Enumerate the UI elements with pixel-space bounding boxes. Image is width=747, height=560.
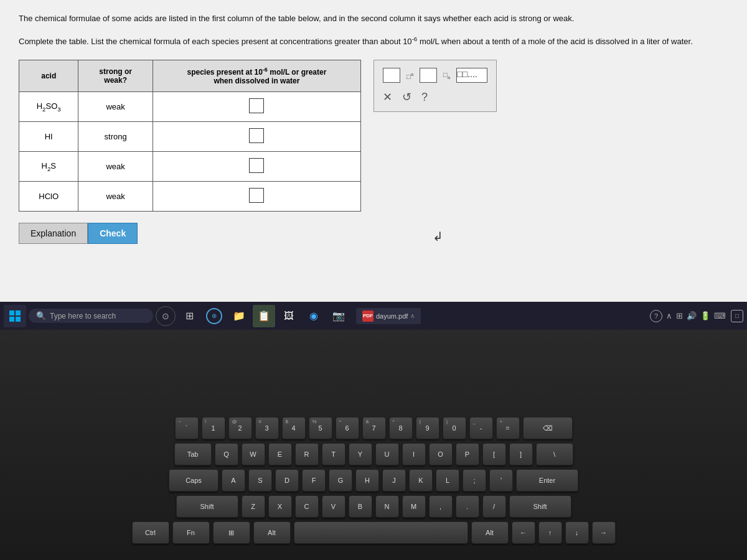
key-9[interactable]: (9: [416, 417, 439, 439]
key-e[interactable]: E: [268, 443, 292, 465]
key-o[interactable]: O: [429, 443, 453, 465]
notification-button[interactable]: □: [731, 310, 743, 322]
key-equal[interactable]: +=: [496, 417, 520, 439]
col-header-species: species present at 10-6 mol/L or greater…: [153, 60, 360, 92]
key-shift-right[interactable]: Shift: [509, 495, 571, 518]
key-left[interactable]: ←: [512, 521, 535, 544]
keyboard-icon[interactable]: ⌨: [714, 311, 726, 320]
key-semicolon[interactable]: ;: [463, 469, 486, 492]
key-rbracket[interactable]: ]: [509, 443, 533, 465]
key-c[interactable]: C: [295, 495, 319, 518]
help-icon[interactable]: ?: [421, 91, 428, 104]
key-b[interactable]: B: [349, 495, 372, 518]
key-right[interactable]: →: [592, 521, 616, 544]
key-z[interactable]: Z: [242, 495, 265, 518]
key-up[interactable]: ↑: [538, 521, 562, 544]
species-input-3[interactable]: [249, 158, 264, 173]
key-y[interactable]: Y: [349, 443, 372, 465]
species-input-4[interactable]: [249, 188, 264, 203]
key-1[interactable]: !1: [202, 417, 225, 439]
key-period[interactable]: .: [456, 495, 479, 518]
file-explorer-button[interactable]: ⊞: [178, 305, 200, 327]
key-3[interactable]: #3: [255, 417, 279, 439]
question-tray-icon[interactable]: ?: [650, 310, 662, 322]
start-button[interactable]: [4, 305, 26, 327]
key-enter[interactable]: Enter: [516, 469, 578, 492]
network-icon[interactable]: ⊞: [676, 311, 683, 320]
species-cell-3[interactable]: [153, 152, 360, 182]
key-q[interactable]: Q: [215, 443, 238, 465]
key-0[interactable]: )0: [443, 417, 466, 439]
key-2[interactable]: @2: [228, 417, 252, 439]
panel-box-2[interactable]: [420, 68, 437, 83]
key-a[interactable]: A: [222, 469, 245, 492]
key-s[interactable]: S: [248, 469, 272, 492]
key-down[interactable]: ↓: [565, 521, 589, 544]
key-v[interactable]: V: [322, 495, 345, 518]
key-j[interactable]: J: [382, 469, 406, 492]
species-cell-4[interactable]: [153, 182, 360, 212]
key-shift-left[interactable]: Shift: [176, 495, 238, 518]
key-alt-right[interactable]: Alt: [471, 521, 509, 544]
key-d[interactable]: D: [275, 469, 299, 492]
volume-icon[interactable]: 🔊: [687, 311, 697, 320]
close-icon[interactable]: ✕: [383, 90, 392, 104]
intro-paragraph: The chemical formulae of some acids are …: [19, 12, 728, 25]
key-win[interactable]: ⊞: [213, 521, 250, 544]
key-comma[interactable]: ,: [429, 495, 453, 518]
taskbar-app-2[interactable]: 📋: [253, 305, 275, 327]
species-cell-2[interactable]: [153, 122, 360, 152]
species-cell-1[interactable]: [153, 92, 360, 122]
key-m[interactable]: M: [402, 495, 426, 518]
key-6[interactable]: ^6: [336, 417, 359, 439]
key-t[interactable]: T: [322, 443, 345, 465]
key-l[interactable]: L: [436, 469, 459, 492]
key-ctrl-left[interactable]: Ctrl: [132, 521, 169, 544]
key-n[interactable]: N: [375, 495, 399, 518]
panel-box-1[interactable]: [383, 68, 400, 83]
key-f[interactable]: F: [302, 469, 326, 492]
taskbar-app-4[interactable]: ◉: [303, 305, 325, 327]
key-x[interactable]: X: [268, 495, 292, 518]
key-space[interactable]: [294, 521, 468, 544]
panel-box-dots[interactable]: □□....: [456, 68, 487, 83]
key-caps[interactable]: Caps: [169, 469, 218, 492]
caret-up-icon[interactable]: ∧: [666, 311, 672, 320]
key-tab[interactable]: Tab: [174, 443, 212, 465]
task-view-button[interactable]: ⊙: [156, 306, 176, 326]
species-input-2[interactable]: [249, 128, 264, 143]
explanation-button[interactable]: Explanation: [19, 223, 88, 244]
key-r[interactable]: R: [295, 443, 319, 465]
key-4[interactable]: $4: [282, 417, 306, 439]
key-backspace[interactable]: ⌫: [523, 417, 573, 439]
key-w[interactable]: W: [242, 443, 265, 465]
taskbar-app-5[interactable]: 📷: [327, 305, 350, 327]
key-k[interactable]: K: [409, 469, 433, 492]
taskbar-app-1[interactable]: 📁: [228, 305, 250, 327]
key-fn[interactable]: Fn: [172, 521, 210, 544]
key-minus[interactable]: _-: [469, 417, 493, 439]
key-lbracket[interactable]: [: [482, 443, 506, 465]
pdf-taskbar-item[interactable]: PDF dayum.pdf ∧: [356, 308, 421, 324]
key-u[interactable]: U: [375, 443, 399, 465]
taskbar-search[interactable]: 🔍 Type here to search: [29, 309, 153, 323]
main-content: The chemical formulae of some acids are …: [0, 0, 747, 330]
key-g[interactable]: G: [329, 469, 352, 492]
taskbar-app-3[interactable]: 🖼: [278, 305, 300, 327]
browser-button[interactable]: ⊕: [203, 305, 225, 327]
key-8[interactable]: *8: [389, 417, 413, 439]
key-alt-left[interactable]: Alt: [253, 521, 291, 544]
key-h[interactable]: H: [355, 469, 379, 492]
key-p[interactable]: P: [456, 443, 479, 465]
key-backslash[interactable]: \: [536, 443, 573, 465]
undo-icon[interactable]: ↺: [402, 90, 411, 104]
battery-icon[interactable]: 🔋: [700, 311, 710, 320]
species-input-1[interactable]: [249, 98, 264, 113]
key-7[interactable]: &7: [362, 417, 386, 439]
check-button[interactable]: Check: [88, 223, 138, 244]
key-tilde[interactable]: ~`: [175, 417, 199, 439]
key-slash[interactable]: /: [482, 495, 506, 518]
key-5[interactable]: %5: [309, 417, 332, 439]
key-quote[interactable]: ': [489, 469, 513, 492]
key-i[interactable]: I: [402, 443, 426, 465]
